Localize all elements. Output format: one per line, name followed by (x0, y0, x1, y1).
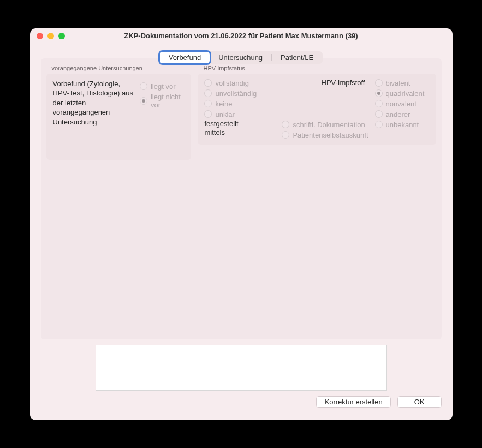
radio-patient-selbst[interactable]: Patientenselbstauskunft (282, 131, 368, 139)
radio-schriftl[interactable]: schriftl. Dokumentation (282, 121, 368, 129)
korrektur-button[interactable]: Korrektur erstellen (316, 396, 390, 408)
tab-vorbefund[interactable]: Vorbefund (160, 52, 210, 63)
hpv-status-radios: vollständig unvollständig keine (204, 79, 275, 118)
col-previous: vorangegangene Untersuchungen Vorbefund … (46, 65, 192, 160)
radio-label: unklar (215, 110, 234, 118)
content: vorangegangene Untersuchungen Vorbefund … (41, 58, 442, 339)
radio-liegt-nicht-vor[interactable]: liegt nicht vor (140, 93, 185, 109)
hpv-status-block: vollständig unvollständig keine (204, 79, 275, 139)
radio-label: unvollständig (215, 89, 257, 98)
hpv-grid: vollständig unvollständig keine (204, 79, 429, 139)
radio-label: vollständig (215, 79, 248, 87)
radio-icon (375, 110, 383, 118)
previous-section-label: vorangegangene Untersuchungen (46, 65, 192, 71)
radio-icon (282, 131, 289, 139)
window-root: ZKP-Dokumentation vom 21.06.2022 für Pat… (30, 28, 453, 420)
radio-icon (375, 79, 383, 87)
col-hpv: HPV-Impfstatus vollständig (198, 65, 436, 145)
festgestellt-radios: schriftl. Dokumentation Patientenselbsta… (282, 121, 368, 139)
tab-segmented: Vorbefund Untersuchung Patient/LE (159, 51, 323, 64)
traffic-lights (37, 33, 65, 39)
hpv-impfstoff-block: bivalent quadrivalent nonvalent (375, 79, 430, 139)
radio-label: nonvalent (386, 100, 416, 108)
footer: Korrektur erstellen OK (30, 396, 453, 416)
radio-icon (375, 100, 383, 107)
previous-group: Vorbefund (Zytologie, HPV-Test, Histolog… (46, 74, 192, 160)
radio-label: Patientenselbstauskunft (293, 131, 368, 139)
hpv-impfstoff-radios: bivalent quadrivalent nonvalent (375, 79, 430, 129)
close-icon[interactable] (37, 33, 43, 39)
festgestellt-row: festgestellt mittels (204, 120, 275, 138)
radio-icon (140, 82, 147, 90)
radio-label: liegt vor (151, 82, 176, 91)
hpv-section-label: HPV-Impfstatus (198, 65, 436, 71)
radio-nonvalent[interactable]: nonvalent (375, 100, 430, 108)
radio-label: unbekannt (386, 121, 419, 129)
radio-label: bivalent (386, 79, 410, 87)
radio-unbekannt[interactable]: unbekannt (375, 121, 430, 129)
radio-unvollstaendig[interactable]: unvollständig (204, 89, 275, 98)
radio-label: keine (215, 100, 232, 108)
tab-patient-le[interactable]: Patient/LE (272, 52, 322, 63)
radio-quadrivalent[interactable]: quadrivalent (375, 89, 430, 98)
radio-label: liegt nicht vor (151, 93, 185, 109)
previous-row: Vorbefund (Zytologie, HPV-Test, Histolog… (53, 79, 185, 127)
minimize-icon[interactable] (47, 33, 54, 39)
radio-unklar[interactable]: unklar (204, 110, 275, 118)
radio-icon (375, 89, 383, 97)
radio-vollstaendig[interactable]: vollständig (204, 79, 275, 87)
tab-untersuchung[interactable]: Untersuchung (210, 52, 271, 63)
radio-icon (204, 79, 212, 87)
previous-radio-col: liegt vor liegt nicht vor (140, 82, 185, 127)
festgestellt-label: festgestellt mittels (204, 120, 245, 138)
radio-icon (204, 100, 212, 107)
ok-button[interactable]: OK (397, 396, 442, 408)
radio-keine[interactable]: keine (204, 100, 275, 108)
zoom-icon[interactable] (58, 33, 65, 39)
window-title: ZKP-Dokumentation vom 21.06.2022 für Pat… (30, 32, 453, 40)
titlebar: ZKP-Dokumentation vom 21.06.2022 für Pat… (30, 28, 453, 44)
radio-label: quadrivalent (386, 89, 425, 98)
radio-bivalent[interactable]: bivalent (375, 79, 430, 87)
hpv-mid-block: HPV-Impfstoff schriftl. Dokumentation (282, 79, 368, 139)
columns: vorangegangene Untersuchungen Vorbefund … (46, 65, 436, 160)
radio-icon (140, 97, 147, 105)
radio-label: anderer (386, 110, 410, 118)
radio-label: schriftl. Dokumentation (293, 121, 365, 129)
radio-anderer[interactable]: anderer (375, 110, 430, 118)
radio-icon (282, 121, 289, 128)
notes-area[interactable] (96, 345, 387, 391)
panel-body: vorangegangene Untersuchungen Vorbefund … (41, 58, 442, 339)
hpv-impfstoff-heading: HPV-Impfstoff (282, 79, 368, 87)
radio-liegt-vor[interactable]: liegt vor (140, 82, 185, 91)
radio-icon (204, 89, 212, 97)
radio-icon (204, 110, 212, 118)
previous-desc: Vorbefund (Zytologie, HPV-Test, Histolog… (53, 79, 134, 127)
radio-icon (375, 121, 383, 128)
hpv-group: vollständig unvollständig keine (198, 74, 436, 145)
